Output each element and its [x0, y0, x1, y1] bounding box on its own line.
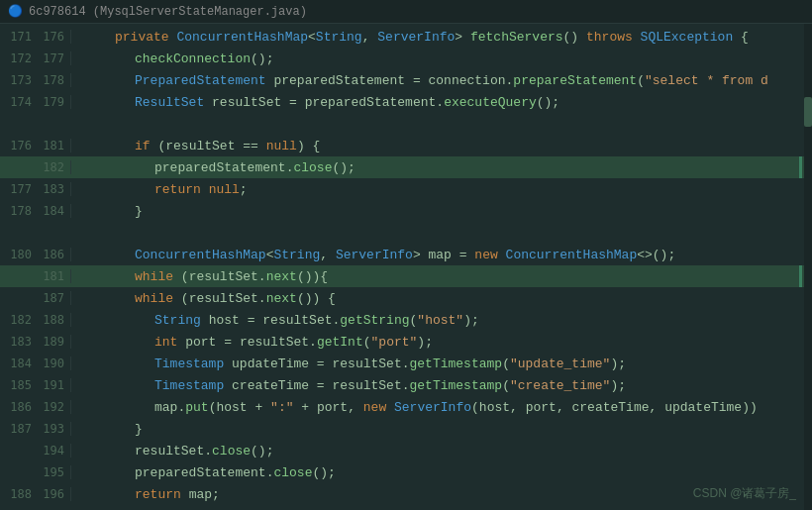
- code-row: 176181if (resultSet == null) {: [0, 135, 812, 156]
- change-indicator: [799, 156, 802, 178]
- line-content: int port = resultSet.getInt("port");: [71, 335, 433, 350]
- line-num-right: 184: [36, 204, 71, 218]
- line-num-left: 184: [0, 357, 36, 370]
- line-num-right: 181: [36, 269, 71, 283]
- line-num-right: 189: [36, 335, 71, 349]
- line-num-left: 177: [0, 182, 36, 196]
- line-num-left: 185: [0, 378, 36, 392]
- watermark: CSDN @诸葛子房_: [693, 485, 796, 502]
- code-row: 177183return null;: [0, 178, 812, 200]
- code-row: 184190Timestamp updateTime = resultSet.g…: [0, 353, 812, 374]
- line-content: if (resultSet == null) {: [71, 139, 320, 153]
- line-num-right: 196: [36, 487, 71, 501]
- code-row: 187while (resultSet.next()) {: [0, 287, 812, 309]
- line-num-right: 176: [36, 30, 71, 44]
- line-content: while (resultSet.next()){: [71, 269, 328, 284]
- line-content: checkConnection();: [71, 51, 273, 66]
- line-num-right: 181: [36, 139, 71, 153]
- line-num-right: 187: [36, 291, 71, 305]
- line-num-right: 194: [36, 444, 71, 458]
- code-row: 188196return map;: [0, 483, 812, 505]
- code-row: [0, 222, 812, 244]
- code-row: 182preparedStatement.close();: [0, 156, 812, 178]
- code-row: }: [0, 505, 812, 510]
- line-num-right: 191: [36, 378, 71, 392]
- line-num-left: 186: [0, 400, 36, 414]
- line-content: }: [71, 422, 143, 437]
- line-content: return null;: [71, 182, 248, 197]
- code-row: 171176private ConcurrentHashMap<String, …: [0, 26, 812, 48]
- line-content: map.put(host + ":" + port, new ServerInf…: [71, 400, 758, 415]
- code-container: 171176private ConcurrentHashMap<String, …: [0, 24, 812, 510]
- code-row: 187193}: [0, 418, 812, 440]
- code-row: 195preparedStatement.close();: [0, 461, 812, 483]
- line-content: }: [71, 204, 143, 219]
- line-num-left: 182: [0, 313, 36, 327]
- line-num-right: 177: [36, 51, 71, 65]
- line-num-left: 174: [0, 95, 36, 109]
- code-row: 180186ConcurrentHashMap<String, ServerIn…: [0, 244, 812, 265]
- code-row: 181while (resultSet.next()){: [0, 265, 812, 287]
- line-content: preparedStatement.close();: [71, 160, 355, 175]
- code-row: 172177checkConnection();: [0, 48, 812, 69]
- line-num-left: 183: [0, 335, 36, 349]
- line-num-right: 182: [36, 160, 71, 174]
- line-num-left: 172: [0, 51, 36, 65]
- line-content: ConcurrentHashMap<String, ServerInfo> ma…: [71, 248, 675, 262]
- line-num-right: 186: [36, 248, 71, 261]
- code-row: 186192map.put(host + ":" + port, new Ser…: [0, 396, 812, 418]
- title-bar: 🔵 6c978614 (MysqlServerStateManager.java…: [0, 0, 812, 24]
- line-num-left: 188: [0, 487, 36, 501]
- line-content: private ConcurrentHashMap<String, Server…: [71, 30, 749, 45]
- line-content: while (resultSet.next()) {: [71, 291, 336, 306]
- line-num-right: 193: [36, 422, 71, 436]
- line-content: return map;: [71, 487, 220, 502]
- code-row: 185191Timestamp createTime = resultSet.g…: [0, 374, 812, 396]
- line-content: String host = resultSet.getString("host"…: [71, 313, 479, 328]
- line-content: PreparedStatement preparedStatement = co…: [71, 73, 768, 88]
- code-row: 182188String host = resultSet.getString(…: [0, 309, 812, 331]
- line-num-right: 179: [36, 95, 71, 109]
- code-row: 173178PreparedStatement preparedStatemen…: [0, 69, 812, 91]
- code-row: 194resultSet.close();: [0, 440, 812, 461]
- line-content: ResultSet resultSet = preparedStatement.…: [71, 95, 559, 110]
- code-row: 183189int port = resultSet.getInt("port"…: [0, 331, 812, 353]
- scrollbar-thumb[interactable]: [804, 97, 812, 127]
- code-row: 174179ResultSet resultSet = preparedStat…: [0, 91, 812, 113]
- code-row: [0, 113, 812, 135]
- line-content: Timestamp updateTime = resultSet.getTime…: [71, 357, 626, 371]
- line-num-left: 173: [0, 73, 36, 87]
- line-num-left: 187: [0, 422, 36, 436]
- code-row: 178184}: [0, 200, 812, 222]
- line-num-left: 180: [0, 248, 36, 261]
- vertical-scrollbar[interactable]: [804, 24, 812, 510]
- line-num-right: 192: [36, 400, 71, 414]
- line-content: Timestamp createTime = resultSet.getTime…: [71, 378, 626, 393]
- line-content: preparedStatement.close();: [71, 465, 336, 480]
- code-lines: 171176private ConcurrentHashMap<String, …: [0, 24, 812, 510]
- line-num-right: 183: [36, 182, 71, 196]
- change-indicator: [799, 265, 802, 287]
- line-num-left: 178: [0, 204, 36, 218]
- line-num-right: 178: [36, 73, 71, 87]
- line-content: resultSet.close();: [71, 444, 273, 459]
- title-text: 6c978614 (MysqlServerStateManager.java): [29, 5, 307, 19]
- line-num-right: 195: [36, 465, 71, 479]
- line-num-right: 188: [36, 313, 71, 327]
- line-num-left: 176: [0, 139, 36, 153]
- line-num-right: 190: [36, 357, 71, 370]
- git-icon: 🔵: [8, 4, 23, 19]
- line-num-left: 171: [0, 30, 36, 44]
